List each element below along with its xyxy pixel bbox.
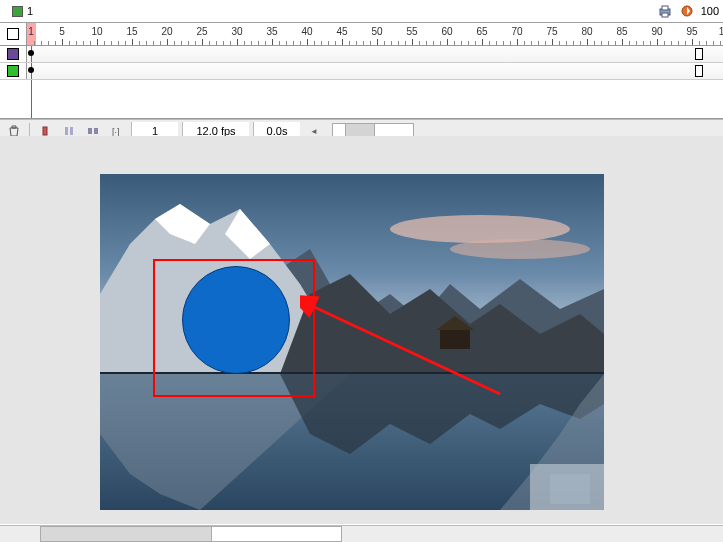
ruler-number: 1 (28, 26, 34, 37)
keyframe-icon[interactable] (28, 50, 34, 56)
timeline-ruler[interactable]: 1510152025303540455055606570758085909510… (0, 23, 723, 46)
svg-line-18 (312, 306, 500, 394)
ruler-number: 100 (719, 26, 723, 37)
layer-header-icon (7, 28, 19, 40)
svg-rect-2 (662, 13, 668, 17)
ruler-number: 35 (266, 26, 277, 37)
track-end-icon (695, 65, 703, 77)
stage-scrollbar-area (0, 525, 723, 542)
svg-rect-17 (550, 474, 590, 504)
ruler-number: 20 (161, 26, 172, 37)
timeline-layers (0, 46, 723, 119)
oval-shape[interactable] (182, 266, 290, 374)
layer-color-swatch[interactable] (7, 48, 19, 60)
print-icon[interactable] (657, 3, 673, 19)
ruler-number: 70 (511, 26, 522, 37)
track-end-icon (695, 48, 703, 60)
layer-header-cell (0, 23, 27, 45)
ruler-number: 75 (546, 26, 557, 37)
svg-rect-7 (88, 128, 92, 134)
svg-rect-8 (94, 128, 98, 134)
layer-track[interactable] (27, 46, 723, 62)
export-icon[interactable] (679, 3, 695, 19)
ruler-number: 45 (336, 26, 347, 37)
keyframe-icon[interactable] (28, 67, 34, 73)
layer-row[interactable] (0, 46, 723, 63)
ruler-number: 25 (196, 26, 207, 37)
ruler-number: 95 (686, 26, 697, 37)
tab-label: 1 (27, 5, 33, 17)
stage-canvas[interactable] (100, 174, 604, 510)
stage-scrollbar[interactable] (40, 526, 342, 542)
annotation-arrow-icon (300, 294, 520, 414)
tab-swatch-icon (12, 6, 23, 17)
timeline-empty[interactable] (0, 80, 723, 118)
ruler-number: 60 (441, 26, 452, 37)
ruler-number: 5 (59, 26, 65, 37)
svg-rect-5 (65, 127, 68, 135)
zoom-value[interactable]: 100 (701, 5, 719, 17)
layer-color-swatch[interactable] (7, 65, 19, 77)
ruler-number: 30 (231, 26, 242, 37)
svg-point-12 (450, 239, 590, 259)
layer-row[interactable] (0, 63, 723, 80)
ruler-number: 40 (301, 26, 312, 37)
ruler-number: 50 (371, 26, 382, 37)
ruler-number: 65 (476, 26, 487, 37)
ruler-number: 15 (126, 26, 137, 37)
svg-rect-6 (70, 127, 73, 135)
document-tab-bar: 1 100 (0, 0, 723, 23)
layer-track[interactable] (27, 63, 723, 79)
stage-area[interactable] (0, 136, 723, 524)
document-tab[interactable]: 1 (4, 3, 41, 19)
svg-rect-1 (662, 6, 668, 10)
ruler-number: 90 (651, 26, 662, 37)
ruler-number: 85 (616, 26, 627, 37)
ruler-number: 10 (91, 26, 102, 37)
ruler-number: 55 (406, 26, 417, 37)
svg-rect-4 (43, 127, 47, 135)
svg-point-11 (390, 215, 570, 243)
ruler-number: 80 (581, 26, 592, 37)
